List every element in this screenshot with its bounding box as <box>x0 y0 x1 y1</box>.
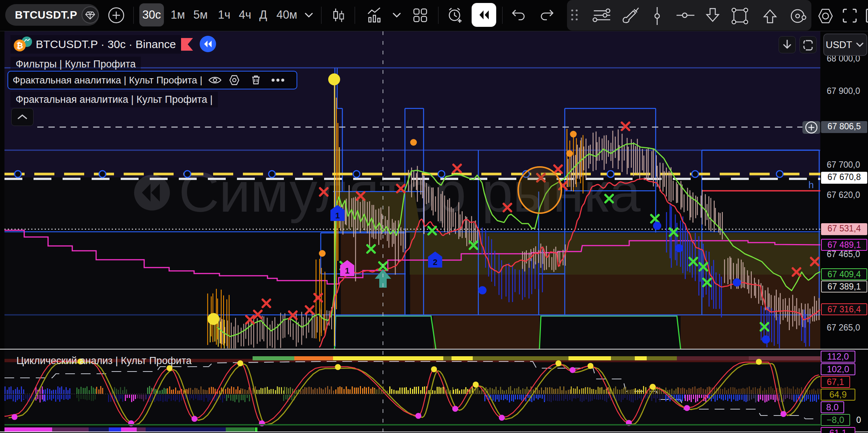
svg-text:₿: ₿ <box>16 41 23 50</box>
svg-text:2: 2 <box>433 257 437 267</box>
svg-text:1: 1 <box>345 266 349 275</box>
svg-text:h: h <box>808 179 814 190</box>
svg-text:1: 1 <box>335 211 340 220</box>
